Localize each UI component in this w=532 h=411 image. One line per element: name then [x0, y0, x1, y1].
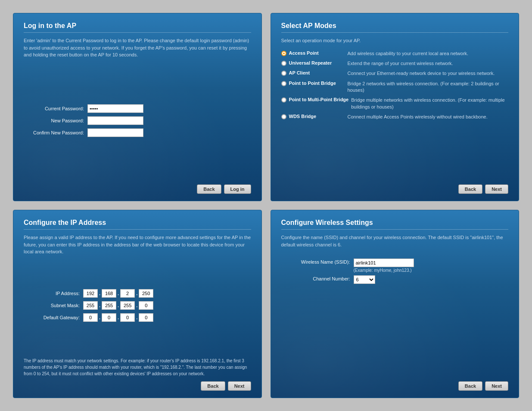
login-back-button[interactable]: Back: [197, 184, 221, 194]
new-password-input[interactable]: [87, 116, 143, 125]
ip-dot-3: .: [136, 291, 137, 296]
mode-radio-1[interactable]: [281, 61, 286, 66]
wireless-title: Configure Wireless Settings: [281, 219, 509, 230]
gateway-octet-4[interactable]: [139, 313, 153, 322]
ip-next-button[interactable]: Next: [228, 381, 251, 391]
wireless-back-button[interactable]: Back: [458, 381, 482, 391]
login-btn-row: Back Log in: [24, 180, 251, 194]
subnet-dot-2: .: [118, 303, 119, 308]
mode-name-3: Point to Point Bridge: [289, 81, 345, 86]
ssid-input[interactable]: [354, 258, 414, 267]
ip-octet-4[interactable]: [139, 289, 153, 298]
mode-desc-3: Bridge 2 networks with wireless connecti…: [348, 81, 509, 94]
gateway-octet-3[interactable]: [120, 313, 135, 322]
mode-desc-5: Connect multiple Access Points wirelessl…: [348, 114, 488, 120]
gateway-dot-2: .: [118, 315, 119, 320]
mode-radio-5[interactable]: [281, 114, 286, 119]
subnet-octet-4[interactable]: [139, 301, 153, 310]
mode-radio-2[interactable]: [281, 71, 286, 76]
gateway-dot-3: .: [136, 315, 137, 320]
ip-back-button[interactable]: Back: [201, 381, 225, 391]
wireless-next-button[interactable]: Next: [485, 381, 508, 391]
wireless-description: Configure the name (SSID) and channel fo…: [281, 234, 509, 248]
gateway-fields: . . .: [83, 313, 153, 322]
select-ap-title: Select AP Modes: [281, 22, 509, 33]
mode-list: Access PointAdd wireless capability to y…: [281, 50, 509, 181]
mode-item[interactable]: Universal RepeaterExtend the range of yo…: [281, 60, 509, 67]
confirm-password-label: Confirm New Password:: [24, 130, 84, 135]
mode-desc-4: Bridge multiple networks with wireless c…: [351, 97, 508, 110]
mode-name-1: Universal Repeater: [289, 60, 345, 65]
ssid-hint: (Example: myHome, john123.): [354, 268, 414, 273]
ssid-input-group: (Example: myHome, john123.): [354, 258, 414, 273]
ip-btn-row: Back Next: [24, 377, 251, 391]
ip-address-fields: . . .: [83, 289, 153, 298]
subnet-octet-3[interactable]: [120, 301, 135, 310]
subnet-octet-1[interactable]: [83, 301, 98, 310]
subnet-label: Subnet Mask:: [24, 303, 80, 308]
ip-note: The IP address must match your network s…: [24, 358, 251, 377]
gateway-label: Default Gateway:: [24, 315, 80, 320]
mode-item[interactable]: Point to Point BridgeBridge 2 networks w…: [281, 81, 509, 94]
ip-title: Configure the IP Address: [24, 219, 251, 230]
mode-desc-0: Add wireless capability to your current …: [348, 50, 469, 57]
login-title: Log in to the AP: [24, 22, 251, 33]
subnet-dot-1: .: [99, 303, 100, 308]
gateway-dot-1: .: [99, 315, 100, 320]
ip-address-label: IP Address:: [24, 291, 80, 296]
wireless-panel: Configure Wireless Settings Configure th…: [271, 210, 520, 398]
ssid-label: Wireless Name (SSID):: [281, 258, 350, 265]
subnet-dot-3: .: [136, 303, 137, 308]
select-ap-subtitle: Select an operation mode for your AP.: [281, 37, 509, 44]
gateway-octet-1[interactable]: [83, 313, 98, 322]
mode-item[interactable]: AP ClientConnect your Ethernet-ready net…: [281, 70, 509, 77]
select-ap-back-button[interactable]: Back: [458, 184, 482, 194]
channel-row: Channel Number: 123 456 789 1011: [281, 275, 509, 284]
confirm-password-row: Confirm New Password:: [24, 128, 251, 137]
mode-radio-3[interactable]: [281, 81, 286, 86]
ip-dot-1: .: [99, 291, 100, 296]
mode-item[interactable]: WDS BridgeConnect multiple Access Points…: [281, 114, 509, 120]
confirm-password-input[interactable]: [87, 128, 143, 137]
channel-label: Channel Number:: [281, 275, 350, 281]
ip-octet-1[interactable]: [83, 289, 98, 298]
wireless-btn-row: Back Next: [281, 377, 509, 391]
new-password-label: New Password:: [24, 118, 84, 123]
login-submit-button[interactable]: Log in: [224, 184, 251, 194]
subnet-fields: . . .: [83, 301, 153, 310]
select-ap-panel: Select AP Modes Select an operation mode…: [271, 13, 520, 201]
channel-select[interactable]: 123 456 789 1011: [354, 275, 375, 284]
login-description: Enter 'admin' to the Current Password to…: [24, 37, 251, 59]
mode-item[interactable]: Access PointAdd wireless capability to y…: [281, 50, 509, 57]
mode-name-5: WDS Bridge: [289, 114, 345, 119]
ip-address-row: IP Address: . . .: [24, 289, 251, 298]
current-password-row: Current Password:: [24, 104, 251, 113]
ip-octet-3[interactable]: [120, 289, 135, 298]
gateway-octet-2[interactable]: [102, 313, 116, 322]
mode-desc-1: Extend the range of your current wireles…: [348, 60, 453, 67]
gateway-row: Default Gateway: . . .: [24, 313, 251, 322]
current-password-label: Current Password:: [24, 106, 84, 111]
login-panel: Log in to the AP Enter 'admin' to the Cu…: [13, 13, 262, 201]
mode-desc-2: Connect your Ethernet-ready network devi…: [348, 70, 495, 77]
current-password-input[interactable]: [87, 104, 143, 113]
ip-panel: Configure the IP Address Please assign a…: [13, 210, 262, 398]
mode-radio-0[interactable]: [281, 51, 286, 56]
mode-name-0: Access Point: [289, 50, 345, 56]
mode-item[interactable]: Point to Multi-Point BridgeBridge multip…: [281, 97, 509, 110]
select-ap-btn-row: Back Next: [281, 180, 509, 194]
mode-radio-4[interactable]: [281, 97, 286, 103]
subnet-row: Subnet Mask: . . .: [24, 301, 251, 310]
ssid-row: Wireless Name (SSID): (Example: myHome, …: [281, 258, 509, 273]
ip-dot-2: .: [118, 291, 119, 296]
ip-octet-2[interactable]: [102, 289, 116, 298]
mode-name-2: AP Client: [289, 70, 345, 75]
select-ap-next-button[interactable]: Next: [485, 184, 508, 194]
ip-description: Please assign a valid IP address to the …: [24, 234, 251, 255]
subnet-octet-2[interactable]: [102, 301, 116, 310]
new-password-row: New Password:: [24, 116, 251, 125]
mode-name-4: Point to Multi-Point Bridge: [289, 97, 349, 102]
